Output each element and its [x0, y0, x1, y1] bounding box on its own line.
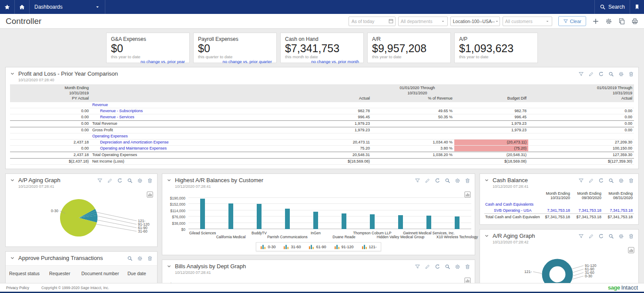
chart-options-icon[interactable] [628, 247, 634, 253]
kpi-card-cash-on-hand[interactable]: Cash on Hand $7,341,753 this month to da… [280, 33, 364, 63]
legend-item[interactable]: 0-30 [256, 243, 279, 251]
bar-InGen[interactable] [313, 212, 318, 229]
nav-home-button[interactable] [15, 0, 30, 14]
bar-California Medical[interactable] [228, 203, 233, 229]
column-header[interactable]: Request status [9, 271, 49, 276]
bar-Gilead Sciences[interactable] [200, 199, 205, 229]
bar-BuddyTV[interactable] [257, 204, 262, 229]
delete-icon[interactable] [628, 233, 634, 239]
pnl-account-name[interactable]: Operating Expenses [91, 133, 306, 139]
delete-icon[interactable] [628, 178, 634, 183]
refresh-icon[interactable] [117, 178, 123, 183]
nav-bookmark-button[interactable] [630, 0, 644, 14]
departments-select[interactable]: All departments [398, 17, 448, 26]
bar-Duane Reade[interactable] [342, 213, 346, 229]
collapse-chevron-icon[interactable] [10, 178, 15, 183]
kpi-card-ap[interactable]: A/P $1,093,623 this year to date [454, 33, 538, 63]
cash-account-label[interactable]: Cash and Cash Equivalents [484, 201, 540, 207]
cash-value[interactable]: 7,341,753.18 [571, 207, 603, 213]
filter-icon[interactable] [415, 178, 420, 183]
kpi-card-ar[interactable]: A/R $9,957,208 this year to date [367, 33, 451, 63]
refresh-icon[interactable] [598, 71, 604, 77]
collapse-chevron-icon[interactable] [10, 256, 15, 260]
donut-ring[interactable] [546, 263, 569, 286]
refresh-icon[interactable] [435, 264, 440, 270]
zoom-icon[interactable] [445, 264, 450, 270]
pnl-account-name[interactable]: Revenue - Services [91, 114, 306, 120]
settings-icon[interactable] [137, 178, 143, 183]
bar-Hidden Valley Medical Group[interactable] [398, 215, 403, 229]
pnl-account-name[interactable]: Depreciation and Amortization Expense [91, 140, 306, 145]
delete-icon[interactable] [147, 256, 153, 261]
pnl-account-name[interactable]: Revenue - Subscriptions [91, 108, 306, 114]
pnl-account-name[interactable]: Operating and Maintenance Expenses [91, 146, 306, 151]
zoom-icon[interactable] [127, 178, 133, 183]
clear-filters-button[interactable]: Clear [558, 16, 586, 26]
collapse-chevron-icon[interactable] [10, 71, 15, 76]
cash-account-label[interactable]: SVB Operating - USA [484, 207, 540, 213]
kpi-card-payroll-expenses[interactable]: Payroll Expenses $0 this quarter to date… [193, 33, 277, 63]
settings-icon[interactable] [618, 233, 624, 239]
filter-icon[interactable] [578, 233, 584, 239]
kpi-card-ga-expenses[interactable]: G&A Expenses $0 this year to date no cha… [106, 33, 190, 63]
pnl-account-name[interactable]: Revenue [91, 102, 306, 108]
column-header[interactable]: Document number [81, 271, 127, 276]
edit-icon[interactable] [588, 71, 594, 77]
privacy-policy-link[interactable]: Privacy Policy [6, 286, 29, 290]
edit-icon[interactable] [425, 264, 430, 270]
delete-icon[interactable] [465, 178, 470, 183]
legend-item[interactable]: 91-120 [330, 243, 358, 251]
bar-Gwinnett Medical Services, Inc.[interactable] [426, 216, 431, 229]
settings-icon[interactable] [618, 71, 624, 77]
settings-icon[interactable] [137, 256, 143, 261]
bar-Parrish Communications[interactable] [285, 209, 290, 229]
copy-dashboard-button[interactable] [618, 18, 625, 25]
legend-item[interactable]: 31-60 [279, 243, 305, 251]
filter-icon[interactable] [415, 264, 420, 270]
zoom-icon[interactable] [445, 178, 450, 183]
nav-star-button[interactable] [0, 0, 15, 14]
calendar-icon[interactable] [388, 18, 394, 24]
zoom-icon[interactable] [608, 178, 614, 183]
settings-icon[interactable] [455, 264, 460, 270]
column-header[interactable]: Requester [49, 271, 81, 276]
zoom-icon[interactable] [608, 233, 614, 239]
settings-icon[interactable] [455, 178, 460, 183]
dashboard-settings-button[interactable] [605, 18, 612, 25]
edit-icon[interactable] [588, 178, 594, 183]
add-component-button[interactable] [592, 18, 599, 25]
delete-icon[interactable] [147, 178, 153, 183]
refresh-icon[interactable] [435, 178, 440, 183]
refresh-icon[interactable] [598, 233, 604, 239]
edit-icon[interactable] [588, 233, 594, 239]
print-button[interactable] [631, 18, 638, 25]
customers-select[interactable]: All customers [503, 17, 552, 26]
refresh-icon[interactable] [598, 178, 604, 183]
edit-icon[interactable] [107, 178, 113, 183]
legend-item[interactable]: 61-90 [305, 243, 330, 251]
filter-icon[interactable] [578, 71, 584, 77]
bar-X10 Wireless Technology[interactable] [455, 216, 460, 229]
collapse-chevron-icon[interactable] [484, 178, 489, 183]
collapse-chevron-icon[interactable] [484, 233, 489, 238]
chart-options-icon[interactable] [147, 191, 153, 198]
delete-icon[interactable] [465, 264, 470, 270]
nav-dashboards-menu[interactable]: Dashboards [30, 0, 105, 14]
edit-icon[interactable] [425, 178, 430, 183]
collapse-chevron-icon[interactable] [167, 178, 171, 183]
location-select[interactable]: Location-100--USA-- [450, 17, 500, 26]
bar-Thompson Coburn LLP[interactable] [370, 214, 375, 229]
collapse-chevron-icon[interactable] [167, 264, 171, 269]
chart-options-icon[interactable] [464, 191, 471, 198]
zoom-icon[interactable] [608, 71, 614, 77]
cash-value[interactable]: 7,341,753.18 [540, 207, 571, 213]
zoom-icon[interactable] [127, 256, 133, 261]
delete-icon[interactable] [628, 71, 634, 77]
filter-icon[interactable] [578, 178, 584, 183]
legend-item[interactable]: 121- [358, 243, 381, 251]
nav-search-button[interactable]: Search [594, 0, 630, 14]
filter-icon[interactable] [97, 178, 103, 183]
cash-value[interactable]: 7,341,753.18 [603, 207, 634, 213]
settings-icon[interactable] [618, 178, 624, 183]
column-header[interactable]: Due date [127, 271, 152, 276]
